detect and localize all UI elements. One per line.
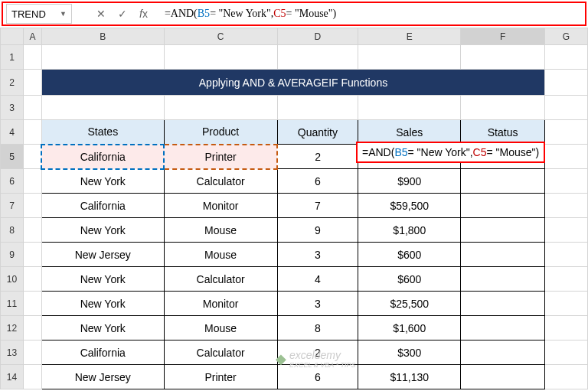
cell[interactable] bbox=[277, 45, 358, 70]
col-header-c[interactable]: C bbox=[164, 28, 277, 45]
row-header-14[interactable]: 14 bbox=[1, 365, 24, 389]
cell-product[interactable]: Monitor bbox=[164, 292, 277, 316]
name-box[interactable]: TREND ▼ bbox=[6, 4, 72, 24]
row-header-7[interactable]: 7 bbox=[1, 194, 24, 218]
fx-icon[interactable]: fx bbox=[139, 8, 148, 20]
cell-states[interactable]: California bbox=[41, 194, 164, 218]
cell-quantity[interactable]: 2 bbox=[277, 340, 358, 365]
select-all-corner[interactable] bbox=[1, 28, 24, 45]
cell-sales[interactable]: $900 bbox=[358, 169, 461, 194]
cell[interactable] bbox=[545, 267, 588, 292]
cell-sales[interactable]: $1,600 bbox=[358, 316, 461, 340]
header-sales[interactable]: Sales bbox=[358, 120, 461, 145]
cell-product[interactable]: Monitor bbox=[164, 194, 277, 218]
cell[interactable] bbox=[545, 365, 588, 389]
cell[interactable] bbox=[545, 218, 588, 243]
cell-status[interactable] bbox=[461, 365, 545, 389]
row-header-11[interactable]: 11 bbox=[1, 292, 24, 316]
col-header-e[interactable]: E bbox=[358, 28, 461, 45]
col-header-d[interactable]: D bbox=[277, 28, 358, 45]
cell[interactable] bbox=[164, 45, 277, 70]
cell-sales[interactable]: $600 bbox=[358, 267, 461, 292]
cell-product[interactable]: Calculator bbox=[164, 340, 277, 365]
cell[interactable] bbox=[545, 316, 588, 340]
cell-status[interactable] bbox=[461, 340, 545, 365]
cell-states[interactable]: New Jersey bbox=[41, 243, 164, 267]
cell-sales[interactable]: $300 bbox=[358, 340, 461, 365]
cell[interactable] bbox=[545, 194, 588, 218]
row-header-3[interactable]: 3 bbox=[1, 96, 24, 120]
header-states[interactable]: States bbox=[41, 120, 164, 145]
cell[interactable] bbox=[545, 243, 588, 267]
cell-sales[interactable]: $25,500 bbox=[358, 292, 461, 316]
cell-sales[interactable]: $1,800 bbox=[358, 218, 461, 243]
cell-product[interactable]: Calculator bbox=[164, 267, 277, 292]
cell-states[interactable]: New York bbox=[41, 267, 164, 292]
row-header-10[interactable]: 10 bbox=[1, 267, 24, 292]
cell-status[interactable] bbox=[461, 218, 545, 243]
row-header-8[interactable]: 8 bbox=[1, 218, 24, 243]
cell-sales[interactable]: $600 bbox=[358, 243, 461, 267]
cell-status[interactable] bbox=[461, 316, 545, 340]
cell-quantity[interactable]: 4 bbox=[277, 267, 358, 292]
cell-quantity[interactable]: 9 bbox=[277, 218, 358, 243]
cell-quantity[interactable]: 6 bbox=[277, 169, 358, 194]
cell[interactable] bbox=[23, 194, 41, 218]
cell-formula-overlay[interactable]: =AND(B5= "New York",C5= "Mouse") bbox=[356, 142, 545, 163]
cell-product[interactable]: Calculator bbox=[164, 169, 277, 194]
cell[interactable] bbox=[23, 292, 41, 316]
col-header-b[interactable]: B bbox=[41, 28, 164, 45]
cell[interactable] bbox=[23, 45, 41, 70]
cancel-icon[interactable]: ✕ bbox=[96, 8, 106, 20]
cell[interactable] bbox=[23, 169, 41, 194]
enter-icon[interactable]: ✓ bbox=[118, 8, 127, 20]
cell[interactable] bbox=[41, 96, 164, 120]
formula-input[interactable]: =AND(B5= "New York",C5= "Mouse") bbox=[158, 8, 585, 20]
cell[interactable] bbox=[23, 365, 41, 389]
row-header-4[interactable]: 4 bbox=[1, 120, 24, 145]
row-header-12[interactable]: 12 bbox=[1, 316, 24, 340]
cell[interactable] bbox=[23, 145, 41, 169]
title-cell[interactable]: Applying AND & AVERAGEIF Functions bbox=[41, 70, 544, 96]
cell-status[interactable] bbox=[461, 267, 545, 292]
cell[interactable] bbox=[23, 120, 41, 145]
row-header-9[interactable]: 9 bbox=[1, 243, 24, 267]
cell-states[interactable]: New York bbox=[41, 292, 164, 316]
cell[interactable] bbox=[545, 96, 588, 120]
cell-product[interactable]: Mouse bbox=[164, 218, 277, 243]
name-box-dropdown-icon[interactable]: ▼ bbox=[60, 10, 67, 18]
cell-states[interactable]: New York bbox=[41, 218, 164, 243]
cell[interactable] bbox=[545, 292, 588, 316]
header-quantity[interactable]: Quantity bbox=[277, 120, 358, 145]
cell-states[interactable]: New Jersey bbox=[41, 365, 164, 389]
row-header-6[interactable]: 6 bbox=[1, 169, 24, 194]
cell[interactable] bbox=[461, 96, 545, 120]
cell[interactable] bbox=[545, 45, 588, 70]
row-header-5[interactable]: 5 bbox=[1, 145, 24, 169]
cell[interactable] bbox=[358, 45, 461, 70]
cell[interactable] bbox=[23, 243, 41, 267]
cell[interactable] bbox=[461, 45, 545, 70]
cell[interactable] bbox=[164, 96, 277, 120]
cell-status[interactable] bbox=[461, 194, 545, 218]
cell-product[interactable]: Mouse bbox=[164, 243, 277, 267]
cell-quantity[interactable]: 3 bbox=[277, 292, 358, 316]
cell[interactable] bbox=[23, 70, 41, 96]
cell[interactable] bbox=[23, 267, 41, 292]
cell[interactable] bbox=[41, 45, 164, 70]
cell[interactable] bbox=[277, 96, 358, 120]
cell-states[interactable]: New York bbox=[41, 316, 164, 340]
cell-product[interactable]: Printer bbox=[164, 145, 277, 169]
cell-sales[interactable]: $11,130 bbox=[358, 365, 461, 389]
cell[interactable] bbox=[545, 169, 588, 194]
row-header-2[interactable]: 2 bbox=[1, 70, 24, 96]
cell[interactable] bbox=[545, 340, 588, 365]
cell[interactable] bbox=[23, 340, 41, 365]
cell-quantity[interactable]: 3 bbox=[277, 243, 358, 267]
cell-states[interactable]: California bbox=[41, 145, 164, 169]
col-header-a[interactable]: A bbox=[23, 28, 41, 45]
col-header-g[interactable]: G bbox=[545, 28, 588, 45]
row-header-13[interactable]: 13 bbox=[1, 340, 24, 365]
cell-quantity[interactable]: 7 bbox=[277, 194, 358, 218]
cell[interactable] bbox=[358, 96, 461, 120]
